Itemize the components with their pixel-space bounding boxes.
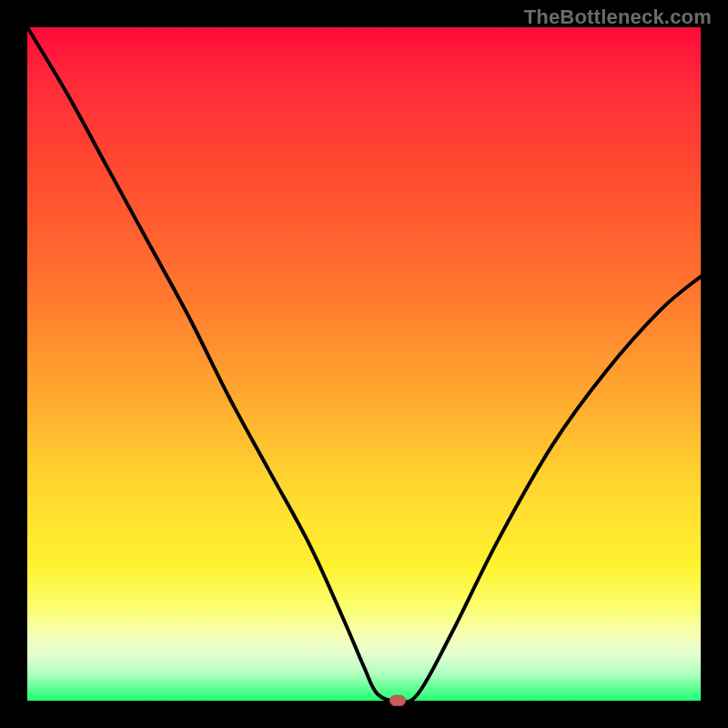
chart-container: TheBottleneck.com	[0, 0, 728, 728]
plot-area	[27, 27, 701, 701]
bottleneck-curve	[27, 27, 701, 701]
watermark-text: TheBottleneck.com	[524, 5, 712, 29]
optimal-point-marker	[389, 695, 406, 706]
